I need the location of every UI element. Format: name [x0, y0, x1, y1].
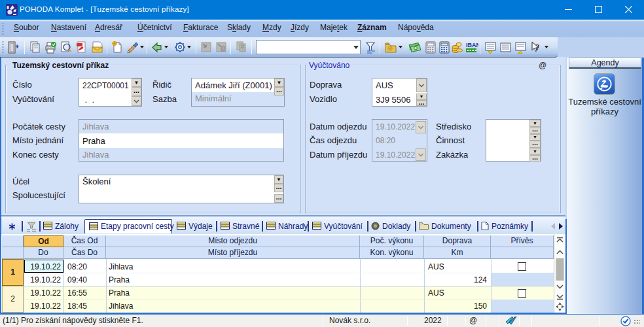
svg-text:IBAN: IBAN — [466, 42, 478, 48]
svg-text:?: ? — [535, 42, 540, 52]
